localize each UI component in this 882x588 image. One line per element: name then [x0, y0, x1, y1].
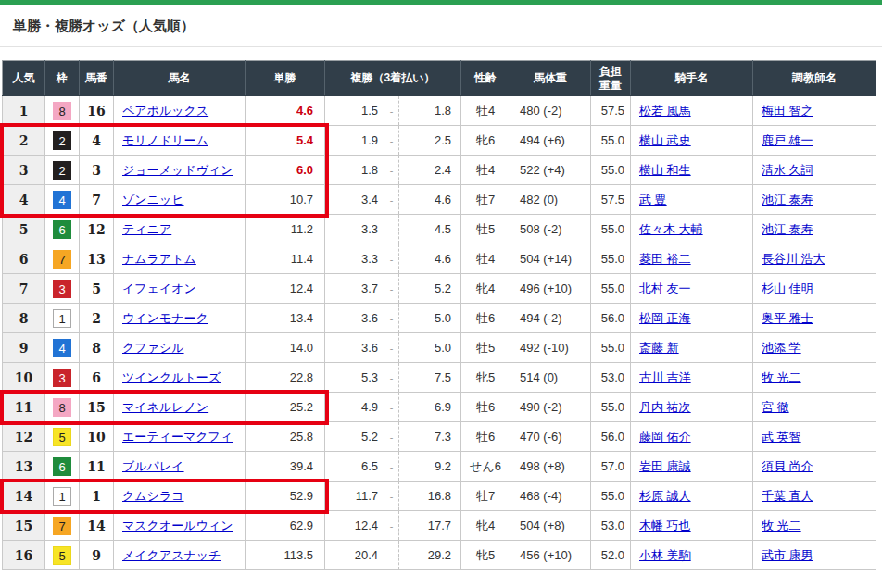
jockey-link[interactable]: 木幡 巧也	[639, 519, 691, 532]
table-row: 6713ナムラアトム11.43.3-4.6牡4504 (+14)55.0菱田 裕…	[3, 244, 876, 274]
trainer-link[interactable]: 長谷川 浩大	[762, 252, 825, 266]
horse-name-link[interactable]: ペアポルックス	[122, 104, 208, 118]
rank-cell: 3	[3, 156, 45, 185]
place-odds-high-cell: 5.2	[399, 274, 461, 304]
table-row: 12510エーティーマクフィ25.85.2-7.3牡6470 (-6)56.0藤…	[3, 422, 876, 452]
trainer-link[interactable]: 池添 学	[762, 341, 801, 355]
place-odds-high-cell: 2.4	[399, 156, 461, 185]
horse-name-link[interactable]: メイクアスナッチ	[122, 548, 220, 562]
impost-cell: 55.0	[591, 393, 631, 422]
place-odds-low-cell: 1.9	[325, 126, 384, 156]
trainer-link[interactable]: 杉山 佳明	[762, 281, 813, 295]
horse-name-link[interactable]: ウインモナーク	[122, 311, 208, 325]
win-odds-cell: 13.4	[246, 304, 325, 333]
trainer-link[interactable]: 鹿戸 雄一	[762, 133, 813, 147]
place-odds-low-cell: 6.5	[325, 452, 384, 482]
horse-name-cell: メイクアスナッチ	[114, 541, 246, 570]
trainer-link[interactable]: 千葉 直人	[762, 489, 813, 503]
place-odds-high-cell: 16.8	[399, 482, 461, 511]
jockey-link[interactable]: 横山 武史	[639, 133, 691, 147]
jockey-link[interactable]: 佐々木 大輔	[639, 222, 703, 236]
trainer-link[interactable]: 奥平 雅士	[762, 311, 813, 325]
horse-weight-cell: 490 (-2)	[510, 393, 591, 422]
place-odds-low-cell: 11.7	[325, 482, 384, 511]
page-title: 単勝・複勝オッズ（人気順）	[0, 5, 882, 47]
jockey-link[interactable]: 北村 友一	[639, 281, 691, 295]
header-win: 単勝	[246, 61, 325, 96]
jockey-link[interactable]: 斎藤 新	[639, 341, 679, 355]
jockey-link[interactable]: 武 豊	[639, 193, 667, 206]
jockey-link[interactable]: 横山 和生	[639, 163, 691, 177]
horse-name-cell: マスクオールウィン	[114, 511, 246, 541]
horse-name-link[interactable]: マイネルレノン	[122, 400, 208, 414]
trainer-link[interactable]: 清水 久詞	[762, 163, 813, 177]
trainer-link[interactable]: 宮 徹	[762, 400, 789, 414]
jockey-link[interactable]: 古川 吉洋	[639, 370, 691, 384]
sex-age-cell: 牡6	[461, 304, 510, 333]
jockey-cell: 古川 吉洋	[631, 363, 753, 393]
place-odds-separator: -	[384, 541, 399, 570]
impost-cell: 55.0	[591, 333, 631, 363]
place-odds-separator: -	[384, 156, 399, 185]
horse-weight-cell: 494 (-2)	[510, 304, 591, 333]
trainer-cell: 武 英智	[753, 422, 876, 452]
impost-cell: 55.0	[591, 482, 631, 511]
place-odds-separator: -	[384, 126, 399, 156]
horse-name-link[interactable]: ジョーメッドヴィン	[122, 163, 233, 177]
horse-name-link[interactable]: クムシラコ	[122, 489, 184, 503]
horse-weight-cell: 522 (+4)	[510, 156, 591, 185]
trainer-cell: 鹿戸 雄一	[753, 126, 876, 156]
win-odds-cell: 14.0	[246, 333, 325, 363]
horse-weight-cell: 480 (-2)	[510, 96, 591, 126]
horse-name-link[interactable]: モリノドリーム	[122, 133, 208, 147]
horse-name-link[interactable]: クファシル	[122, 341, 184, 355]
jockey-link[interactable]: 杉原 誠人	[639, 489, 691, 503]
horse-number-cell: 6	[80, 363, 114, 393]
trainer-link[interactable]: 梅田 智之	[762, 104, 813, 118]
horse-weight-cell: 498 (+8)	[510, 452, 591, 482]
horse-name-link[interactable]: マスクオールウィン	[122, 519, 233, 532]
sex-age-cell: 牝4	[461, 511, 510, 541]
trainer-link[interactable]: 牧 光二	[762, 519, 801, 532]
jockey-cell: 杉原 誠人	[631, 482, 753, 511]
jockey-link[interactable]: 松岡 正海	[639, 311, 691, 325]
horse-name-link[interactable]: ツインクルトーズ	[122, 370, 220, 384]
horse-name-link[interactable]: ゾンニッヒ	[122, 193, 184, 206]
trainer-link[interactable]: 武市 康男	[762, 548, 813, 562]
horse-name-link[interactable]: イフェイオン	[122, 281, 196, 295]
horse-name-link[interactable]: ティニア	[122, 222, 171, 236]
horse-name-cell: クファシル	[114, 333, 246, 363]
jockey-link[interactable]: 丹内 祐次	[639, 400, 691, 414]
jockey-link[interactable]: 藤岡 佑介	[639, 430, 691, 444]
impost-cell: 56.0	[591, 304, 631, 333]
jockey-link[interactable]: 小林 美駒	[639, 548, 691, 562]
horse-name-cell: エーティーマクフィ	[114, 422, 246, 452]
frame-number-badge: 2	[53, 131, 71, 150]
trainer-link[interactable]: 武 英智	[762, 430, 801, 444]
rank-cell: 10	[3, 363, 45, 393]
rank-cell: 16	[3, 541, 45, 570]
jockey-link[interactable]: 岩田 康誠	[639, 459, 691, 473]
place-odds-high-cell: 4.5	[399, 215, 461, 244]
frame-number-badge: 8	[53, 102, 71, 120]
horse-name-link[interactable]: エーティーマクフィ	[122, 430, 233, 444]
horse-name-cell: ツインクルトーズ	[114, 363, 246, 393]
win-odds-cell: 12.4	[246, 274, 325, 304]
horse-name-link[interactable]: ブルパレイ	[122, 459, 184, 473]
trainer-link[interactable]: 池江 泰寿	[762, 193, 813, 206]
horse-name-link[interactable]: ナムラアトム	[122, 252, 196, 266]
place-odds-low-cell: 3.3	[325, 244, 384, 274]
rank-cell: 14	[3, 482, 45, 511]
trainer-link[interactable]: 牧 光二	[762, 370, 801, 384]
win-odds-cell: 11.4	[246, 244, 325, 274]
horse-weight-cell: 504 (+14)	[510, 244, 591, 274]
place-odds-low-cell: 1.8	[325, 156, 384, 185]
jockey-link[interactable]: 松若 風馬	[639, 104, 691, 118]
header-weight: 馬体重	[510, 61, 591, 96]
trainer-link[interactable]: 池江 泰寿	[762, 222, 813, 236]
trainer-link[interactable]: 須貝 尚介	[762, 459, 813, 473]
frame-cell: 8	[45, 96, 80, 126]
jockey-link[interactable]: 菱田 裕二	[639, 252, 691, 266]
place-odds-low-cell: 20.4	[325, 541, 384, 570]
place-odds-separator: -	[384, 452, 399, 482]
